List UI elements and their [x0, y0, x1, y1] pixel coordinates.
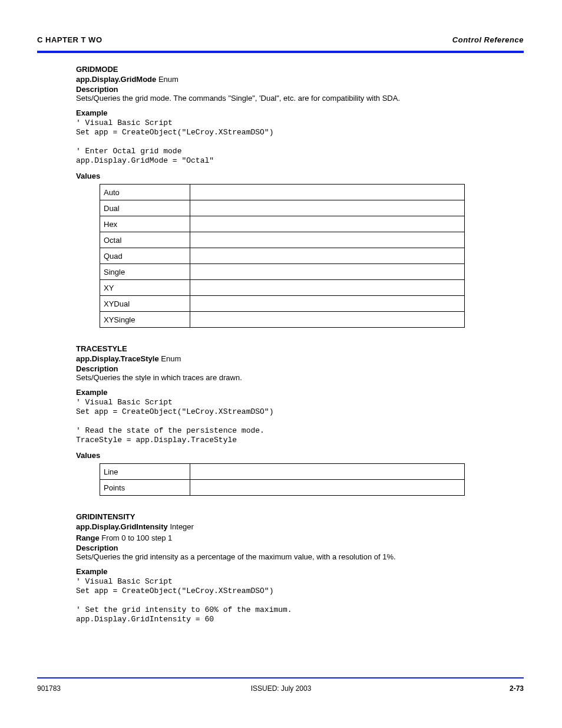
value-desc [190, 464, 465, 480]
value-key: Hex [100, 216, 190, 232]
section-gridintensity: GRIDINTENSITY app.Display.GridIntensity … [76, 512, 488, 624]
description-text: Sets/Queries the style in which traces a… [76, 373, 488, 382]
header-chapter: C HAPTER T WO [37, 35, 103, 44]
table-row: XYDual [100, 296, 465, 312]
description-label: Description [76, 364, 118, 373]
values-table: AutoDualHexOctalQuadSingleXYXYDualXYSing… [100, 184, 465, 328]
header-rule [37, 51, 524, 53]
value-key: Octal [100, 232, 190, 248]
cvar-path: app.Display.GridMode [76, 75, 156, 84]
value-key: XY [100, 280, 190, 296]
header-title: Control Reference [452, 35, 524, 44]
value-desc [190, 216, 465, 232]
table-row: Line [100, 464, 465, 480]
code-block: ' Visual Basic Script Set app = CreateOb… [76, 398, 488, 445]
cvar-type: Integer [170, 522, 193, 531]
example-label: Example [76, 388, 488, 397]
table-row: Auto [100, 185, 465, 200]
table-row: Hex [100, 216, 465, 232]
values-label: Values [76, 172, 488, 180]
section-heading: GRIDMODE [76, 65, 488, 74]
example-label: Example [76, 567, 488, 576]
values-table: LinePoints [100, 463, 465, 496]
example-label: Example [76, 108, 488, 117]
cvar-path: app.Display.GridIntensity [76, 522, 168, 531]
value-key: Single [100, 264, 190, 280]
section-tracestyle: TRACESTYLE app.Display.TraceStyle Enum D… [76, 344, 488, 496]
value-desc [190, 200, 465, 216]
cvar-path: app.Display.TraceStyle [76, 354, 159, 363]
type-line: app.Display.GridIntensity Integer [76, 522, 488, 531]
footer-date: ISSUED: July 2003 [0, 684, 562, 693]
code-block: ' Visual Basic Script Set app = CreateOb… [76, 577, 488, 624]
code-block: ' Visual Basic Script Set app = CreateOb… [76, 118, 488, 166]
section-gridmode: GRIDMODE app.Display.GridMode Enum Descr… [76, 65, 488, 328]
range-line: Range From 0 to 100 step 1 [76, 533, 488, 542]
value-key: Points [100, 480, 190, 496]
value-desc [190, 264, 465, 280]
value-desc [190, 280, 465, 296]
table-row: Points [100, 480, 465, 496]
description-text: Sets/Queries the grid mode. The commands… [76, 94, 488, 103]
range-value: From 0 to 100 step 1 [101, 533, 172, 542]
value-key: XYDual [100, 296, 190, 312]
section-heading: TRACESTYLE [76, 344, 488, 353]
value-key: Quad [100, 248, 190, 264]
range-label: Range [76, 533, 100, 542]
value-desc [190, 185, 465, 200]
type-line: app.Display.GridMode Enum [76, 75, 488, 84]
table-row: XYSingle [100, 312, 465, 328]
value-desc [190, 232, 465, 248]
value-key: XYSingle [100, 312, 190, 328]
description-label: Description [76, 543, 118, 552]
value-key: Auto [100, 185, 190, 200]
cvar-type: Enum [161, 354, 181, 363]
value-desc [190, 296, 465, 312]
footer-rule [37, 677, 524, 678]
type-line: app.Display.TraceStyle Enum [76, 354, 488, 363]
value-key: Dual [100, 200, 190, 216]
cvar-type: Enum [158, 75, 178, 84]
value-key: Line [100, 464, 190, 480]
table-row: Quad [100, 248, 465, 264]
value-desc [190, 480, 465, 496]
value-desc [190, 312, 465, 328]
value-desc [190, 248, 465, 264]
table-row: XY [100, 280, 465, 296]
description-label: Description [76, 85, 118, 94]
table-row: Octal [100, 232, 465, 248]
table-row: Dual [100, 200, 465, 216]
table-row: Single [100, 264, 465, 280]
description-text: Sets/Queries the grid intensity as a per… [76, 552, 488, 561]
values-label: Values [76, 451, 488, 460]
footer-page: 2-73 [510, 684, 524, 693]
section-heading: GRIDINTENSITY [76, 512, 488, 521]
